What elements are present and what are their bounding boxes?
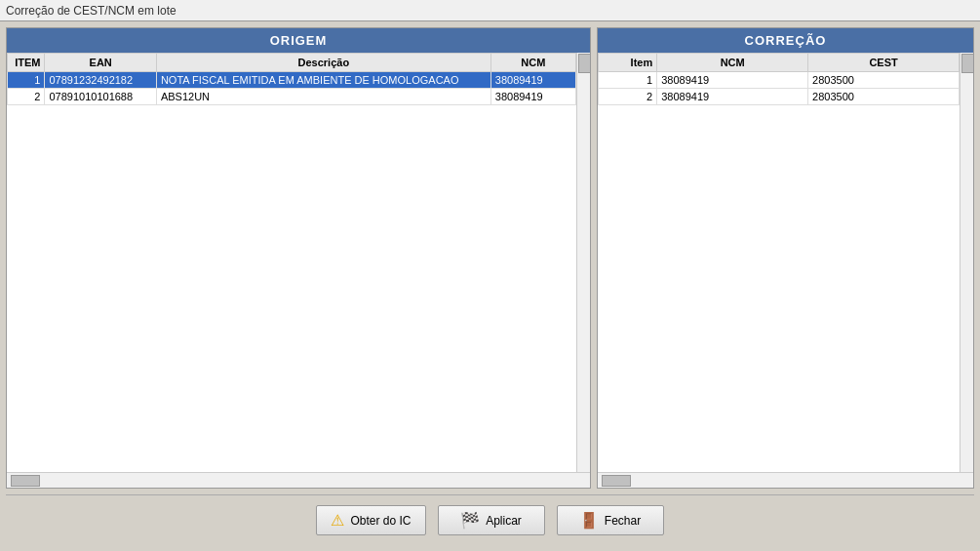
warning-icon: ⚠ bbox=[331, 511, 344, 530]
cell-ean: 07891010101688 bbox=[45, 89, 156, 105]
tables-row: ORIGEM ITEM EAN Descrição NCM bbox=[6, 27, 974, 489]
origem-col-desc: Descrição bbox=[156, 54, 490, 72]
cell-ean: 07891232492182 bbox=[45, 72, 156, 89]
cell-cest: 2803500 bbox=[808, 72, 960, 89]
origem-col-item: ITEM bbox=[8, 54, 45, 72]
correcao-header: CORREÇÃO bbox=[598, 28, 973, 53]
correcao-hscroll[interactable] bbox=[598, 472, 973, 488]
correcao-table-wrapper: Item NCM CEST 1 38089419 2803500 2 38089… bbox=[598, 53, 973, 488]
correcao-col-item: Item bbox=[599, 54, 657, 72]
origem-col-ncm: NCM bbox=[490, 54, 575, 72]
origem-panel: ORIGEM ITEM EAN Descrição NCM bbox=[6, 27, 591, 489]
cell-desc: ABS12UN bbox=[156, 89, 490, 105]
apply-icon: 🏁 bbox=[460, 511, 480, 530]
origem-table-wrapper: ITEM EAN Descrição NCM 1 07891232492182 … bbox=[7, 53, 590, 488]
origem-hscroll[interactable] bbox=[7, 472, 590, 488]
cell-item: 1 bbox=[8, 72, 45, 89]
origem-vscroll[interactable] bbox=[576, 53, 590, 472]
table-row[interactable]: 2 38089419 2803500 bbox=[599, 89, 960, 105]
cell-item: 1 bbox=[599, 72, 657, 89]
table-row[interactable]: 1 38089419 2803500 bbox=[599, 72, 960, 89]
cell-ncm: 38089419 bbox=[657, 72, 808, 89]
cell-item: 2 bbox=[8, 89, 45, 105]
close-icon: 🚪 bbox=[579, 511, 599, 530]
fechar-button[interactable]: 🚪 Fechar bbox=[557, 505, 664, 535]
correcao-vscroll[interactable] bbox=[960, 53, 973, 472]
correcao-col-ncm: NCM bbox=[657, 54, 808, 72]
cell-ncm: 38089419 bbox=[490, 72, 575, 89]
cell-desc: NOTA FISCAL EMITIDA EM AMBIENTE DE HOMOL… bbox=[156, 72, 490, 89]
bottom-bar: ⚠ Obter do IC 🏁 Aplicar 🚪 Fechar bbox=[6, 494, 974, 545]
origem-col-ean: EAN bbox=[45, 54, 156, 72]
main-container: ORIGEM ITEM EAN Descrição NCM bbox=[0, 21, 980, 551]
origem-header: ORIGEM bbox=[7, 28, 590, 53]
correcao-col-cest: CEST bbox=[808, 54, 960, 72]
obter-ic-label: Obter do IC bbox=[350, 514, 411, 528]
cell-ncm: 38089419 bbox=[657, 89, 808, 105]
cell-cest: 2803500 bbox=[808, 89, 960, 105]
cell-item: 2 bbox=[599, 89, 657, 105]
table-row[interactable]: 2 07891010101688 ABS12UN 38089419 bbox=[8, 89, 576, 105]
correcao-panel: CORREÇÃO Item NCM CEST bbox=[597, 27, 974, 489]
table-row[interactable]: 1 07891232492182 NOTA FISCAL EMITIDA EM … bbox=[8, 72, 576, 89]
cell-ncm: 38089419 bbox=[490, 89, 575, 105]
origem-hscroll-thumb[interactable] bbox=[11, 475, 40, 487]
title-bar: Correção de CEST/NCM em lote bbox=[0, 0, 980, 21]
correcao-table: Item NCM CEST 1 38089419 2803500 2 38089… bbox=[598, 53, 960, 105]
window-title: Correção de CEST/NCM em lote bbox=[6, 4, 176, 18]
correcao-hscroll-thumb[interactable] bbox=[602, 475, 631, 487]
origem-scroll-area[interactable]: ITEM EAN Descrição NCM 1 07891232492182 … bbox=[7, 53, 576, 472]
aplicar-label: Aplicar bbox=[486, 514, 522, 528]
fechar-label: Fechar bbox=[605, 514, 641, 528]
obter-ic-button[interactable]: ⚠ Obter do IC bbox=[316, 505, 425, 535]
aplicar-button[interactable]: 🏁 Aplicar bbox=[438, 505, 545, 535]
correcao-scroll-area[interactable]: Item NCM CEST 1 38089419 2803500 2 38089… bbox=[598, 53, 960, 472]
origem-table: ITEM EAN Descrição NCM 1 07891232492182 … bbox=[7, 53, 576, 105]
